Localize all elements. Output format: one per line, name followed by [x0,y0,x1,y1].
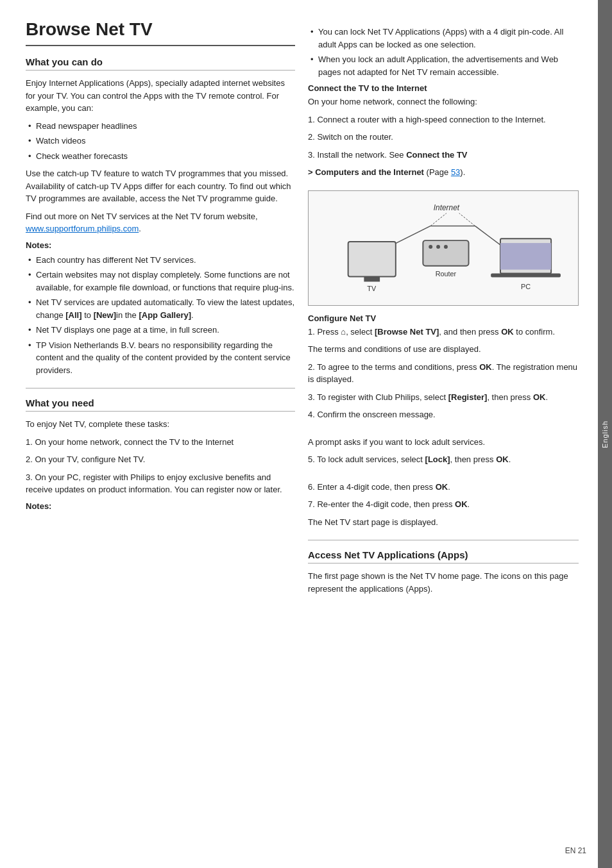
bold-new: [New] [94,310,116,320]
section-access: Access Net TV Applications (Apps) The fi… [308,549,579,595]
svg-line-5 [459,213,475,226]
bold-ok-6: OK [455,499,468,509]
configure-final: The Net TV start page is displayed. [308,516,579,529]
list-item: TP Vision Netherlands B.V. bears no resp… [26,339,295,377]
forum-link[interactable]: www.supportforum.philips.com [26,224,139,233]
list-item: Each country has different Net TV servic… [26,254,295,267]
svg-rect-15 [500,243,551,270]
bold-gallery: [App Gallery] [139,310,191,320]
bold-computers: > Computers and the Internet [308,167,424,177]
configure-step7: 7. Re-enter the 4-digit code, then press… [308,498,579,511]
notes-heading: Notes: [26,240,295,250]
top-bullets: You can lock Net TV Applications (Apps) … [308,26,579,78]
can-do-list: Read newspaper headlines Watch videos Ch… [26,120,295,163]
side-tab-label: English [601,420,609,447]
list-item: Check weather forecasts [26,150,295,163]
section-configure: Configure Net TV 1. Press ⌂, select [Bro… [308,313,579,529]
intro-text: Enjoy Internet Applications (Apps), spec… [26,77,295,115]
svg-point-12 [444,245,448,249]
connect-step4: > Computers and the Internet (Page 53). [308,166,579,179]
svg-point-10 [429,245,432,249]
connect-step2: 2. Switch on the router. [308,131,579,144]
separator-2 [308,540,579,540]
access-heading: Access Net TV Applications (Apps) [308,549,579,563]
svg-rect-7 [364,276,380,281]
bold-all: [All] [65,310,81,320]
configure-prompt: A prompt asks if you want to lock adult … [308,436,579,449]
need-text1: To enjoy Net TV, complete these tasks: [26,418,295,431]
bold-ok-1: OK [501,327,514,337]
configure-step3: 3. To register with Club Philips, select… [308,391,579,404]
svg-text:Router: Router [436,270,457,278]
svg-rect-9 [423,240,468,266]
access-text: The first page shown is the Net TV home … [308,570,579,595]
connect-step3: 3. Install the network. See Connect the … [308,149,579,162]
network-diagram: Internet TV Router [308,190,579,306]
bold-ok-2: OK [479,362,492,372]
svg-rect-6 [348,242,396,276]
need-step3: 3. On your PC, register with Philips to … [26,471,295,496]
need-step1: 1. On your home network, connect the TV … [26,436,295,449]
page-number: EN 21 [565,846,586,855]
page-title: Browse Net TV [26,19,295,46]
configure-step4: 4. Confirm the onscreen message. [308,408,579,421]
page-container: English Browse Net TV What you can do En… [0,0,612,868]
connect-text1: On your home network, connect the follow… [308,96,579,108]
list-item: You can lock Net TV Applications (Apps) … [308,26,579,51]
list-item: Certain websites may not display complet… [26,269,295,294]
list-item: Net TV services are updated automaticall… [26,296,295,321]
page-link[interactable]: 53 [451,167,460,177]
section-what-you-can-do: What you can do Enjoy Internet Applicati… [26,56,295,376]
list-item: When you lock an adult Application, the … [308,53,579,78]
diagram-svg: Internet TV Router [309,191,578,305]
configure-terms: The terms and conditions of use are disp… [308,343,579,356]
svg-point-11 [436,245,440,249]
bold-ok-5: OK [436,482,448,492]
bold-ok-4: OK [496,455,509,464]
list-item: Watch videos [26,135,295,147]
svg-text:PC: PC [521,283,531,290]
side-tab: English [598,0,612,868]
list-item: Net TV displays one page at a time, in f… [26,324,295,337]
heading-what-you-can-do: What you can do [26,56,295,71]
section-connect: Connect the TV to the Internet On your h… [308,83,579,179]
configure-step2: 2. To agree to the terms and conditions,… [308,361,579,386]
heading-what-you-need: What you need [26,397,295,412]
need-notes-heading: Notes: [26,501,295,511]
bold-ok-3: OK [533,392,546,402]
list-item: Read newspaper headlines [26,120,295,133]
bold-register: [Register] [448,392,488,402]
configure-step1: 1. Press ⌂, select [Browse Net TV], and … [308,326,579,338]
forum-text: Find out more on Net TV services at the … [26,210,295,235]
svg-line-4 [430,213,446,226]
connect-step1: 1. Connect a router with a high-speed co… [308,113,579,126]
svg-text:Internet: Internet [434,203,460,212]
left-column: Browse Net TV What you can do Enjoy Inte… [26,19,295,849]
svg-text:TV: TV [367,285,377,292]
notes-list: Each country has different Net TV servic… [26,254,295,377]
bold-lock: [Lock] [425,455,450,464]
connect-heading: Connect the TV to the Internet [308,83,579,93]
separator [26,388,295,388]
configure-step6: 6. Enter a 4-digit code, then press OK. [308,481,579,494]
need-step2: 2. On your TV, configure Net TV. [26,453,295,466]
configure-heading: Configure Net TV [308,313,579,323]
catchup-text: Use the catch-up TV feature to watch TV … [26,167,295,205]
bold-browse: [Browse Net TV] [375,327,439,337]
content-area: Browse Net TV What you can do Enjoy Inte… [0,0,598,868]
bold-connect-tv: Connect the TV [406,150,467,160]
section-what-you-need: What you need To enjoy Net TV, complete … [26,397,295,511]
right-column: You can lock Net TV Applications (Apps) … [308,19,579,849]
svg-rect-16 [491,273,561,277]
configure-step5: 5. To lock adult services, select [Lock]… [308,453,579,466]
